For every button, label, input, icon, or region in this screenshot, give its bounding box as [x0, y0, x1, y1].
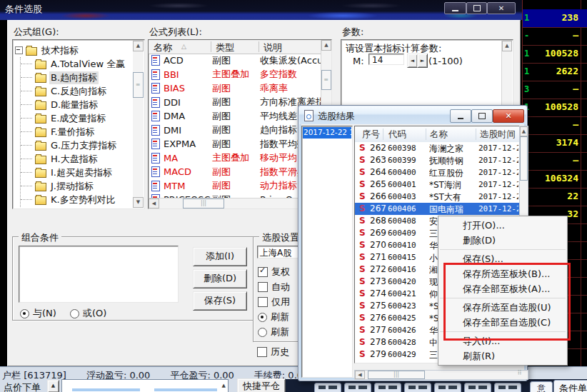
dialog-titlebar[interactable]: 选股结果 ✕ [299, 106, 526, 124]
column-divider[interactable] [211, 41, 211, 52]
result-row[interactable]: S263600399抚顺特钢2017-12-22 [355, 154, 520, 166]
scroll-left-icon[interactable]: ◀ [149, 198, 159, 208]
formula-row[interactable]: MA主图叠加移动平均 [149, 151, 321, 166]
results-hscrollbar[interactable]: ◀ ||| [354, 370, 528, 380]
column-header-code[interactable]: 代码 [388, 129, 406, 141]
formula-row[interactable]: MACD副图指数平滑异同平均 [149, 165, 321, 179]
menu-item[interactable]: 刷新(R) [438, 348, 567, 363]
results-table-header[interactable]: 序号 代码 名称 选股时间 [355, 126, 520, 143]
scrollbar-thumb[interactable]: ≡ [133, 72, 144, 98]
radio-or[interactable]: 或(O) [70, 307, 106, 320]
combo-condition-list[interactable] [19, 246, 179, 303]
toolbar-partial-button[interactable] [344, 383, 371, 392]
settings-checkbox[interactable]: 复权 [258, 266, 290, 278]
formula-row[interactable]: MTM副图动力指标 [149, 179, 321, 194]
minimize-button[interactable] [444, 2, 466, 14]
column-divider[interactable] [426, 129, 426, 140]
result-row[interactable]: S265600401*ST海润2017-12-22 [355, 179, 520, 191]
delete-button[interactable]: 删除(D) [193, 269, 247, 288]
quick-close-button[interactable]: 快捷平仓 [237, 378, 286, 392]
scrollbar-thumb[interactable] [520, 136, 528, 181]
toolbar-partial-button[interactable] [494, 383, 521, 392]
checkbox-icon[interactable] [258, 297, 268, 307]
checkbox-icon[interactable] [258, 282, 268, 292]
toolbar-partial-button[interactable] [374, 383, 401, 392]
tree-item[interactable]: H.大盘指标 [21, 152, 132, 166]
settings-checkbox[interactable]: 自动 [258, 281, 290, 293]
add-button[interactable]: 添加(I) [193, 247, 247, 266]
radio-and[interactable]: 与(N) [20, 307, 56, 320]
dialog-titlebar[interactable]: 条件选股 ✕ [0, 0, 522, 20]
tree-scrollbar[interactable]: ▲ ≡ ▼ [133, 41, 144, 208]
scroll-up-icon[interactable]: ▲ [502, 41, 512, 51]
settings-checkbox[interactable]: 仅用 [258, 296, 290, 308]
resize-grip-icon[interactable]: ⠿ [517, 369, 523, 376]
checkbox-icon[interactable] [258, 267, 268, 277]
scroll-up-icon[interactable]: ▲ [321, 40, 331, 51]
radio-icon[interactable] [258, 313, 267, 322]
menu-item[interactable]: 删除(D) [438, 233, 567, 248]
formula-row[interactable]: DMI副图趋向指标 [149, 124, 321, 138]
tree-item[interactable]: G.压力支撑指标 [21, 139, 132, 152]
column-header-name[interactable]: 名称 [430, 129, 448, 141]
tree-item[interactable]: D.能量指标 [21, 98, 132, 111]
result-row[interactable]: S267600406国电南瑞2017-12-22 [355, 203, 520, 215]
tree-item[interactable]: B.趋向指标 [21, 71, 132, 84]
column-divider[interactable] [383, 129, 383, 140]
result-row[interactable]: S264600400红豆股份2017-12-22 [355, 166, 520, 179]
scroll-up-icon[interactable]: ▲ [222, 383, 226, 388]
toolbar-fragment-button[interactable]: 意 [530, 381, 553, 392]
tree-item[interactable]: A.TotalView 全赢 [21, 57, 132, 71]
column-header-no[interactable]: 序号 [362, 129, 380, 141]
formula-list-hscrollbar[interactable]: ◀ ||| [149, 198, 321, 208]
history-checkbox[interactable]: 历史 [257, 346, 289, 358]
column-header-type[interactable]: 类型 [216, 41, 234, 54]
scroll-up-icon[interactable]: ▲ [133, 41, 144, 51]
scrollbar-thumb[interactable]: ||| [183, 198, 224, 208]
tree-root-item[interactable]: 技术指标 [15, 44, 132, 57]
scrollbar-thumb[interactable]: ||| [368, 371, 425, 379]
formula-row[interactable]: DDI副图方向标准离差指数 [149, 96, 321, 110]
settings-radio[interactable]: 刷新 [258, 326, 289, 338]
tree-item[interactable]: L.强弱指标 [21, 206, 132, 208]
param-decrement-button[interactable]: ◄ [407, 54, 418, 68]
save-button[interactable]: 保存(S) [193, 291, 247, 311]
close-button[interactable]: ✕ [487, 2, 516, 14]
toolbar-partial-button[interactable] [314, 383, 341, 392]
tree-item[interactable]: F.量价指标 [21, 125, 132, 139]
radio-icon[interactable] [70, 309, 79, 318]
scroll-down-icon[interactable]: ▼ [133, 197, 144, 208]
order-mini-list[interactable]: ▲ [61, 379, 229, 392]
minimize-button[interactable] [450, 109, 471, 123]
tree-item[interactable]: E.成交量指标 [21, 111, 132, 125]
tree-item[interactable]: K.多空势利对比 [21, 193, 132, 206]
menu-item[interactable]: 打开(O)... [438, 218, 567, 233]
radio-icon[interactable] [20, 309, 29, 318]
tree-item[interactable]: J.摆动指标 [21, 179, 132, 193]
toolbar-partial-button[interactable] [434, 383, 461, 392]
restore-button[interactable] [471, 109, 493, 123]
tree-collapse-icon[interactable] [15, 46, 23, 54]
formula-row[interactable]: BIAS副图乖离率 [149, 81, 321, 96]
maximize-button[interactable] [466, 2, 487, 14]
close-button[interactable]: ✕ [493, 109, 524, 123]
result-row[interactable]: S262600398海澜之家2017-12-22 [355, 142, 520, 154]
param-value-input[interactable]: 14 [368, 54, 404, 65]
column-divider[interactable] [476, 129, 476, 140]
result-date-list[interactable]: 2017-12-22 10 [301, 126, 353, 378]
tree-item[interactable]: C.反趋向指标 [21, 84, 132, 98]
column-header-desc[interactable]: 说明 [264, 41, 282, 54]
formula-row[interactable]: DMA副图平均线差 [149, 109, 321, 124]
order-spinner-button[interactable]: ▲ [47, 380, 59, 392]
formula-row[interactable]: ACD副图收集派发(Accumulation [149, 54, 321, 68]
param-increment-button[interactable]: ► [417, 54, 428, 68]
formula-row[interactable]: BBI主图叠加多空指数 [149, 68, 321, 82]
formula-list-header[interactable]: 名称 △ 类型 说明 [149, 40, 321, 54]
checkbox-icon[interactable] [257, 347, 267, 357]
scroll-up-icon[interactable]: ▲ [520, 126, 528, 136]
tree-item[interactable]: I.超买超卖指标 [21, 166, 132, 179]
formula-row[interactable]: EXPMA副图指数平均数 [149, 137, 321, 151]
toolbar-partial-button[interactable] [464, 383, 491, 392]
conditional-order-button[interactable]: 条件单 [553, 380, 587, 392]
scroll-left-icon[interactable]: ◀ [355, 371, 365, 379]
